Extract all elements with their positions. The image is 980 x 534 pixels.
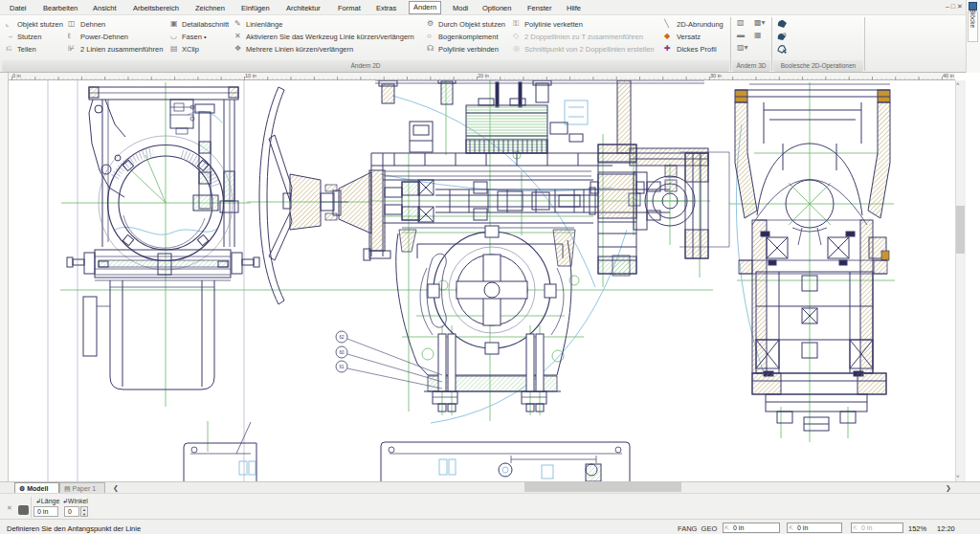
- svg-text:61: 61: [339, 365, 345, 369]
- svg-text:60: 60: [339, 350, 345, 355]
- svg-text:62: 62: [339, 335, 345, 340]
